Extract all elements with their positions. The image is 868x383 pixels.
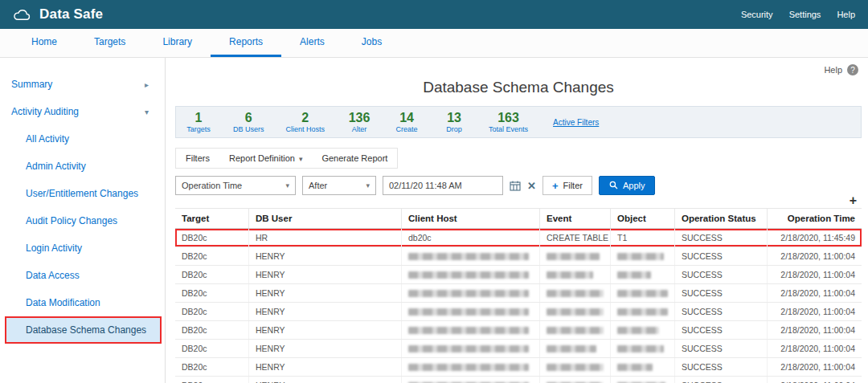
cell-operation-status: SUCCESS — [675, 340, 768, 357]
sidebar-item-database-schema-changes[interactable]: Database Schema Changes — [5, 316, 162, 344]
sidebar-item-admin-activity[interactable]: Admin Activity — [5, 153, 162, 180]
cell-operation-time: 2/18/2020, 11:00:04 — [768, 340, 862, 357]
tab-library[interactable]: Library — [144, 29, 211, 57]
col-header-db-user[interactable]: DB User — [249, 209, 402, 228]
sidebar-item-all-activity[interactable]: All Activity — [5, 125, 162, 153]
table-body: DB20c HR db20c CREATE TABLE T1 SUCCESS 2… — [175, 229, 862, 383]
cell-event — [540, 358, 611, 376]
cell-client-host: db20c — [402, 229, 540, 247]
cell-operation-status: SUCCESS — [675, 303, 768, 320]
cell-operation-status: SUCCESS — [675, 358, 768, 376]
cell-operation-time: 2/18/2020, 11:00:04 — [768, 266, 862, 283]
stat-drop[interactable]: 13 Drop — [441, 111, 467, 133]
stat-alter[interactable]: 136 Alter — [346, 111, 372, 133]
sidebar-item-data-modification[interactable]: Data Modification — [5, 289, 162, 316]
sidebar-item-data-access[interactable]: Data Access — [5, 262, 162, 289]
plus-icon: + — [552, 180, 559, 192]
app-brand: Data Safe — [13, 6, 103, 22]
table-row[interactable]: DB20c HENRY SUCCESS 2/18/2020, 11:00:04 — [175, 247, 862, 266]
help-link[interactable]: Help — [824, 65, 842, 75]
tab-jobs[interactable]: Jobs — [343, 29, 400, 57]
cell-event — [540, 303, 611, 320]
cell-operation-status: SUCCESS — [675, 284, 768, 302]
main-content: Help ? Database Schema Changes 1 Targets… — [166, 58, 868, 383]
table-row[interactable]: DB20c HENRY SUCCESS 2/18/2020, 11:00:04 — [175, 303, 862, 321]
table-row[interactable]: DB20c HENRY SUCCESS 2/18/2020, 11:00:04 — [175, 284, 862, 303]
table-row[interactable]: DB20c HENRY SUCCESS 2/18/2020, 11:00:04 — [175, 340, 862, 358]
cell-target: DB20c — [175, 377, 249, 383]
apply-button[interactable]: Apply — [599, 176, 656, 195]
cell-operation-status: SUCCESS — [675, 321, 768, 339]
cell-operation-time: 2/18/2020, 11:00:04 — [768, 321, 862, 339]
add-filter-button[interactable]: + Filter — [542, 176, 592, 195]
cell-client-host — [402, 247, 540, 265]
chevron-down-icon: ▾ — [366, 181, 370, 189]
calendar-icon[interactable] — [510, 181, 521, 191]
generate-report-button[interactable]: Generate Report — [321, 153, 387, 163]
sidebar-item-activity-auditing[interactable]: Activity Auditing ▾ — [0, 98, 165, 125]
report-definition-label: Report Definition — [229, 153, 295, 163]
cell-event — [540, 340, 611, 357]
cell-target: DB20c — [175, 266, 249, 283]
col-header-target[interactable]: Target — [175, 209, 249, 228]
topnav-security[interactable]: Security — [741, 10, 773, 19]
stat-client-hosts[interactable]: 2 Client Hosts — [286, 111, 326, 133]
cell-db-user: HR — [249, 229, 402, 247]
cell-operation-status: SUCCESS — [675, 229, 768, 247]
cell-event — [540, 321, 611, 339]
report-definition-menu[interactable]: Report Definition▾ — [229, 153, 302, 163]
tab-targets[interactable]: Targets — [76, 29, 144, 57]
stat-db-users[interactable]: 6 DB Users — [233, 111, 264, 133]
filter-field-select[interactable]: Operation Time ▾ — [175, 176, 296, 195]
cell-db-user: HENRY — [249, 247, 402, 265]
cell-client-host — [402, 377, 540, 383]
stat-create[interactable]: 14 Create — [394, 111, 420, 133]
topnav-settings[interactable]: Settings — [789, 10, 821, 19]
col-header-operation-status[interactable]: Operation Status — [675, 209, 768, 228]
apply-label: Apply — [623, 181, 645, 190]
col-header-object[interactable]: Object — [611, 209, 675, 228]
page-title: Database Schema Changes — [175, 79, 862, 96]
sidebar-item-audit-policy-changes[interactable]: Audit Policy Changes — [5, 207, 162, 234]
cell-target: DB20c — [175, 303, 249, 320]
clear-filter-icon[interactable]: ✕ — [527, 180, 536, 192]
cell-operation-status: SUCCESS — [675, 266, 768, 283]
cell-object — [611, 321, 675, 339]
table-row[interactable]: DB20c HENRY SUCCESS 2/18/2020, 11:00:04 — [175, 377, 862, 383]
col-header-event[interactable]: Event — [540, 209, 611, 228]
cell-target: DB20c — [175, 247, 249, 265]
table-row[interactable]: DB20c HENRY SUCCESS 2/18/2020, 11:00:04 — [175, 266, 862, 284]
chevron-down-icon: ▾ — [299, 155, 303, 163]
cell-db-user: HENRY — [249, 303, 402, 320]
stats-bar: 1 Targets 6 DB Users 2 Client Hosts 136 … — [175, 106, 862, 138]
app-title: Data Safe — [39, 6, 103, 22]
table-row[interactable]: DB20c HR db20c CREATE TABLE T1 SUCCESS 2… — [175, 229, 862, 247]
search-icon — [609, 181, 618, 191]
tab-reports[interactable]: Reports — [211, 29, 281, 57]
table-row[interactable]: DB20c HENRY SUCCESS 2/18/2020, 11:00:04 — [175, 358, 862, 377]
filter-operator-select[interactable]: After ▾ — [302, 176, 376, 195]
col-header-client-host[interactable]: Client Host — [402, 209, 540, 228]
filters-button[interactable]: Filters — [186, 153, 210, 163]
tab-alerts[interactable]: Alerts — [281, 29, 343, 57]
chevron-right-icon: ▸ — [145, 80, 149, 89]
cell-client-host — [402, 321, 540, 339]
sidebar-item-login-activity[interactable]: Login Activity — [5, 234, 162, 262]
chevron-down-icon: ▾ — [285, 181, 289, 189]
help-icon[interactable]: ? — [847, 64, 858, 75]
cell-object — [611, 340, 675, 357]
sidebar-item-user-entitlement-changes[interactable]: User/Entitlement Changes — [5, 180, 162, 207]
col-header-operation-time[interactable]: Operation Time — [768, 209, 862, 228]
cell-db-user: HENRY — [249, 340, 402, 357]
cell-object — [611, 247, 675, 265]
tab-home[interactable]: Home — [13, 29, 76, 57]
table-row[interactable]: DB20c HENRY SUCCESS 2/18/2020, 11:00:04 — [175, 321, 862, 340]
sidebar-item-summary[interactable]: Summary ▸ — [0, 71, 165, 98]
filter-date-input[interactable] — [383, 176, 503, 195]
stat-targets[interactable]: 1 Targets — [186, 111, 211, 133]
topnav-help[interactable]: Help — [837, 10, 855, 19]
help-row: Help ? — [175, 64, 862, 75]
stat-total-events[interactable]: 163 Total Events — [489, 111, 528, 133]
active-filters-link[interactable]: Active Filters — [553, 118, 599, 127]
add-column-icon[interactable]: + — [175, 195, 862, 208]
